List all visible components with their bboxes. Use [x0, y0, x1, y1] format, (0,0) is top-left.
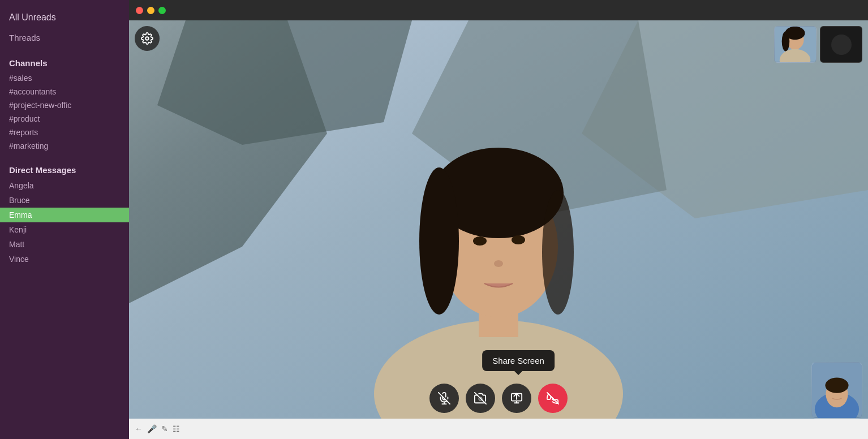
microphone-mute-icon — [438, 392, 450, 404]
sidebar-dm-matt[interactable]: Matt — [0, 237, 129, 252]
sidebar-item-reports[interactable]: #reports — [0, 126, 129, 139]
share-screen-icon — [510, 392, 523, 404]
svg-point-12 — [512, 235, 525, 244]
bottom-grid-icon[interactable]: ☷ — [173, 424, 180, 433]
sidebar-dm-kenji[interactable]: Kenji — [0, 222, 129, 237]
svg-point-10 — [542, 190, 574, 315]
svg-point-18 — [782, 32, 790, 51]
minimize-button[interactable] — [147, 7, 154, 14]
bottom-pencil-icon[interactable]: ✎ — [161, 424, 168, 433]
camera-off-icon — [474, 392, 487, 404]
sidebar-item-accountants[interactable]: #accountants — [0, 85, 129, 98]
share-screen-button[interactable] — [502, 384, 531, 413]
thumbnail-cam-dark[interactable] — [820, 26, 862, 63]
thumbnail-area — [774, 26, 862, 63]
sidebar-all-unreads[interactable]: All Unreads — [0, 9, 129, 31]
hang-up-button[interactable] — [538, 384, 568, 413]
sidebar-item-product[interactable]: #product — [0, 112, 129, 126]
window-chrome — [129, 0, 868, 20]
traffic-lights — [136, 7, 166, 14]
main-video-area: Share Screen — [129, 0, 868, 439]
controls-bar — [429, 384, 568, 413]
sidebar-dm-bruce[interactable]: Bruce — [0, 193, 129, 208]
bottom-bar: ← 🎤 ✎ ☷ — [129, 419, 868, 439]
maximize-button[interactable] — [158, 7, 166, 14]
svg-point-9 — [419, 167, 459, 315]
bottom-arrow-icon[interactable]: ← — [135, 424, 143, 433]
thumbnail-cam-person[interactable] — [774, 26, 817, 63]
close-button[interactable] — [136, 7, 143, 14]
sidebar-item-sales[interactable]: #sales — [0, 71, 129, 85]
settings-button[interactable] — [135, 26, 160, 51]
sidebar-dm-emma[interactable]: Emma — [0, 208, 129, 222]
dark-avatar-circle — [831, 35, 852, 55]
sidebar-item-marketing[interactable]: #marketing — [0, 139, 129, 153]
camera-button[interactable] — [466, 384, 495, 413]
svg-point-14 — [145, 37, 149, 40]
svg-point-11 — [473, 236, 487, 246]
video-background — [129, 20, 868, 439]
thumbnail-bottom-right[interactable] — [811, 362, 862, 419]
bottom-mic-icon[interactable]: 🎤 — [147, 424, 157, 433]
mute-button[interactable] — [429, 384, 459, 413]
sidebar: All Unreads Threads Channels #sales #acc… — [0, 0, 129, 439]
svg-point-13 — [494, 260, 503, 267]
sidebar-dm-angela[interactable]: Angela — [0, 178, 129, 193]
sidebar-dm-vince[interactable]: Vince — [0, 252, 129, 266]
sidebar-item-project-new-office[interactable]: #project-new-offic — [0, 98, 129, 112]
gear-icon — [141, 32, 153, 45]
svg-line-27 — [475, 393, 486, 404]
svg-point-23 — [825, 377, 848, 393]
sidebar-threads[interactable]: Threads — [0, 31, 129, 53]
dm-header: Direct Messages — [0, 160, 129, 178]
channels-header: Channels — [0, 53, 129, 71]
phone-off-icon — [547, 392, 559, 404]
